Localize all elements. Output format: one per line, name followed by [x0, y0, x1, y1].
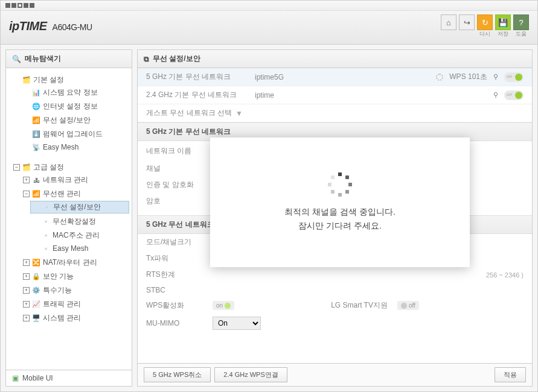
- tree-label: 보안 기능: [43, 271, 74, 282]
- refresh-button[interactable]: ↻: [477, 14, 493, 30]
- search-icon: 🔍: [12, 55, 21, 63]
- tree-nat-router[interactable]: +🔀NAT/라우터 관리: [21, 257, 129, 268]
- tree-wireless-mgmt[interactable]: −📶무선랜 관리: [21, 188, 129, 200]
- tree-wireless-ext[interactable]: ▫️무선확장설정: [30, 216, 129, 227]
- tree-system-summary[interactable]: 📊시스템 요약 정보: [21, 87, 129, 98]
- network-row-5g[interactable]: 5 GHz 기본 무선 네트워크 iptime5G WPS 101초 ⚲: [138, 68, 532, 86]
- window-icon: [24, 3, 28, 8]
- expand-icon[interactable]: +: [23, 287, 30, 294]
- collapse-icon[interactable]: −: [13, 164, 20, 171]
- tree-advanced-settings[interactable]: −🗂️ 고급 설정: [11, 162, 129, 173]
- apply-button[interactable]: 적용: [495, 367, 526, 382]
- tree-label: 인터넷 설정 정보: [43, 101, 98, 112]
- rts-range-note: 256 ~ 2346 ): [486, 271, 524, 279]
- window-icon: [5, 3, 10, 8]
- wps-24g-connect-button[interactable]: 2.4 GHz WPS연결: [214, 367, 287, 382]
- form-label: MU-MIMO: [146, 319, 213, 327]
- lgtv-label: LG Smart TV지원: [331, 300, 388, 311]
- logo-text: ipTIME: [9, 19, 47, 33]
- tree-label: 고급 설정: [33, 162, 64, 172]
- network-row-24g[interactable]: 2.4 GHz 기본 무선 네트워크 iptime ⚲: [138, 86, 532, 104]
- tree-label: Easy Mesh: [53, 244, 88, 253]
- network-label: 2.4 GHz 기본 무선 네트워크: [146, 90, 255, 100]
- tree-label: 시스템 요약 정보: [43, 87, 98, 98]
- window-icon: [30, 3, 34, 8]
- sidebar-footer[interactable]: ▣ Mobile UI: [6, 370, 132, 386]
- tree-wireless-security[interactable]: 📶무선 설정/보안: [21, 115, 129, 126]
- wps-5g-cancel-button[interactable]: 5 GHz WPS취소: [144, 367, 211, 382]
- window-controls: [1, 1, 537, 11]
- network-name: iptime5G: [255, 73, 436, 81]
- window-icon: [11, 3, 16, 8]
- guest-network-row[interactable]: 게스트 무선 네트워크 선택 ▼: [138, 104, 532, 122]
- tree-label: 시스템 관리: [43, 313, 81, 323]
- exit-icon: ↪: [464, 18, 470, 27]
- wps-toggle[interactable]: on: [213, 301, 234, 310]
- main-panel: ⧉ 무선 설정/보안 5 GHz 기본 무선 네트워크 iptime5G WPS…: [137, 49, 533, 387]
- wifi-icon: 📶: [32, 190, 40, 198]
- lgtv-toggle[interactable]: off: [397, 301, 419, 310]
- refresh-label: 다시: [479, 30, 490, 38]
- tree-network-mgmt[interactable]: +🖧네트워크 관리: [21, 174, 129, 186]
- tree-mac-mgmt[interactable]: ▫️MAC주소 관리: [30, 230, 129, 241]
- app-window: ipTIME A604G-MU ⌂ ↪ ↻다시 💾저장 ?도움 🔍 메뉴탐색기 …: [0, 0, 538, 392]
- tree-wireless-security-adv[interactable]: ▫️무선 설정/보안: [30, 201, 129, 213]
- form-label: 인증 및 암호화: [146, 180, 213, 190]
- filter-icon[interactable]: ⚲: [493, 73, 498, 81]
- tree-firmware[interactable]: ⬇️펌웨어 업그레이드: [21, 128, 129, 140]
- expand-icon[interactable]: +: [23, 315, 30, 321]
- tree-easymesh[interactable]: 📡Easy Mesh: [21, 142, 129, 152]
- save-button[interactable]: 💾: [495, 14, 511, 30]
- modal-line1: 최적의 채널을 검색 중입니다.: [284, 205, 395, 218]
- wps-spinner-icon: [436, 74, 443, 81]
- expand-icon[interactable]: +: [23, 301, 30, 308]
- form-stbc: STBC: [138, 283, 532, 297]
- help-button[interactable]: ?: [513, 14, 529, 30]
- home-button[interactable]: ⌂: [441, 14, 456, 30]
- form-label: 모드/채널크기: [146, 237, 213, 247]
- page-icon: ▫️: [42, 244, 50, 253]
- form-rts: RTS한계 256 ~ 2346 ): [138, 267, 532, 283]
- tree-basic-settings[interactable]: 🗂️ 기본 설정: [11, 74, 129, 86]
- toggle-5g[interactable]: [504, 72, 524, 82]
- expand-icon[interactable]: +: [23, 259, 30, 266]
- mobile-icon: ▣: [12, 374, 19, 382]
- expand-icon[interactable]: +: [23, 273, 30, 280]
- tree-label: 기본 설정: [33, 75, 64, 85]
- model-text: A604G-MU: [53, 22, 92, 32]
- save-label: 저장: [498, 30, 508, 38]
- lock-icon: 🔒: [32, 273, 40, 281]
- form-label: 채널: [146, 163, 213, 174]
- form-label: RTS한계: [146, 270, 213, 280]
- filter-icon[interactable]: ⚲: [493, 91, 498, 99]
- collapse-icon[interactable]: −: [23, 191, 30, 197]
- tree-label: 무선 설정/보안: [53, 202, 101, 212]
- loading-spinner-icon: [328, 172, 352, 197]
- tree-system[interactable]: +🖥️시스템 관리: [21, 312, 129, 324]
- guest-label: 게스트 무선 네트워크 선택: [146, 108, 232, 118]
- main-title: 무선 설정/보안: [153, 54, 200, 64]
- chart-icon: 📊: [32, 89, 40, 97]
- tree-security[interactable]: +🔒보안 기능: [21, 271, 129, 282]
- expand-icon[interactable]: +: [23, 177, 30, 183]
- wps-countdown: WPS 101초: [449, 72, 487, 82]
- tree-label: NAT/라우터 관리: [43, 258, 97, 268]
- home-icon: ⌂: [446, 18, 451, 27]
- tree-traffic[interactable]: +📈트래픽 관리: [21, 299, 129, 310]
- tree-label: 특수기능: [43, 285, 72, 296]
- mumimo-select[interactable]: On: [213, 317, 261, 330]
- form-label: 네트워크 이름: [146, 146, 213, 156]
- network-name: iptime: [255, 91, 493, 100]
- tree-easymesh-adv[interactable]: ▫️Easy Mesh: [30, 244, 129, 253]
- tree-special[interactable]: +⚙️특수기능: [21, 285, 129, 296]
- exit-button[interactable]: ↪: [459, 14, 475, 30]
- mobile-ui-label: Mobile UI: [22, 374, 53, 382]
- folder-icon: 🗂️: [22, 163, 31, 172]
- globe-icon: 🌐: [32, 103, 40, 111]
- tree-internet-info[interactable]: 🌐인터넷 설정 정보: [21, 101, 129, 112]
- toggle-24g[interactable]: [504, 90, 524, 100]
- tree-label: 무선확장설정: [53, 217, 96, 227]
- network-label: 5 GHz 기본 무선 네트워크: [146, 72, 255, 82]
- folder-icon: 🗂️: [22, 76, 31, 84]
- form-label: Tx파워: [146, 253, 213, 264]
